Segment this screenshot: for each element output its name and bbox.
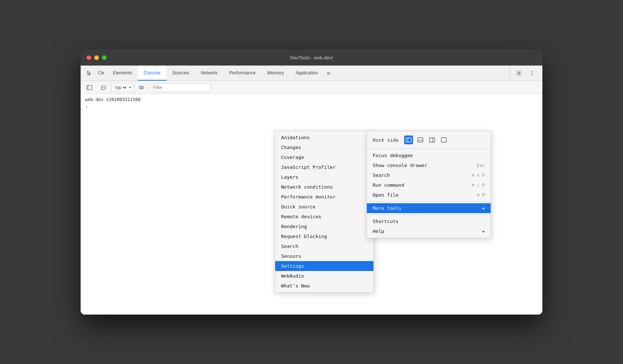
shortcuts-label: Shortcuts bbox=[373, 219, 398, 224]
more-tools-item-sensors[interactable]: Sensors bbox=[275, 251, 373, 261]
console-version: web.dev v202003311508 bbox=[85, 97, 538, 102]
more-tools-item-remote-devices[interactable]: Remote devices bbox=[275, 212, 373, 222]
help-submenu-arrow-icon: ▶ bbox=[483, 229, 485, 233]
more-tools-item-animations[interactable]: Animations bbox=[275, 133, 373, 142]
inspect-element-button[interactable] bbox=[84, 67, 95, 79]
svg-rect-18 bbox=[441, 138, 446, 142]
gear-icon bbox=[516, 70, 522, 76]
more-tools-item-whats-new[interactable]: What's New bbox=[275, 281, 373, 291]
menu-shortcuts[interactable]: Shortcuts bbox=[367, 216, 491, 226]
show-console-drawer-label: Show console drawer bbox=[373, 163, 427, 168]
menu-more-tools[interactable]: More tools ▶ bbox=[367, 203, 491, 213]
more-tools-item-request-blocking[interactable]: Request blocking bbox=[275, 231, 373, 241]
kebab-icon bbox=[529, 70, 535, 76]
search-label: Search bbox=[373, 172, 390, 178]
clear-console-button[interactable] bbox=[97, 82, 109, 93]
menu-focus-debuggee[interactable]: Focus debuggee bbox=[367, 151, 491, 160]
device-icon bbox=[98, 70, 104, 76]
tab-memory[interactable]: Memory bbox=[261, 66, 290, 81]
more-tools-item-webaudio[interactable]: WebAudio bbox=[275, 271, 373, 281]
tab-bar-left-icons bbox=[82, 66, 107, 81]
traffic-lights bbox=[86, 55, 107, 60]
more-tools-label: More tools bbox=[373, 205, 401, 211]
maximize-button[interactable] bbox=[102, 55, 107, 60]
more-tools-item-search[interactable]: Search bbox=[275, 241, 373, 251]
svg-rect-16 bbox=[430, 138, 435, 142]
focus-debuggee-label: Focus debuggee bbox=[373, 153, 413, 158]
menu-search[interactable]: Search ⌘ ⌥ F bbox=[367, 170, 491, 180]
divider-2 bbox=[367, 201, 491, 202]
svg-point-5 bbox=[532, 74, 532, 75]
divider-1 bbox=[367, 149, 491, 149]
undock-button[interactable] bbox=[439, 135, 448, 144]
tab-performance[interactable]: Performance bbox=[224, 66, 262, 81]
menu-show-console-drawer[interactable]: Show console drawer Esc bbox=[367, 160, 491, 170]
svg-point-4 bbox=[532, 73, 532, 73]
run-command-shortcut: ⌘ ⇧ P bbox=[472, 183, 485, 188]
more-tools-item-quick-source[interactable]: Quick source bbox=[275, 202, 373, 212]
divider-3 bbox=[367, 215, 491, 215]
device-toolbar-button[interactable] bbox=[95, 67, 107, 79]
more-tools-item-javascript-profiler[interactable]: JavaScript Profiler bbox=[275, 162, 373, 172]
more-tools-item-changes[interactable]: Changes bbox=[275, 142, 373, 152]
dock-bottom-icon bbox=[417, 137, 423, 143]
chevron-down-icon: ▾ bbox=[129, 85, 131, 89]
more-tools-item-network-conditions[interactable]: Network conditions bbox=[275, 182, 373, 192]
clear-icon bbox=[100, 85, 106, 90]
menu-run-command[interactable]: Run command ⌘ ⇧ P bbox=[367, 180, 491, 190]
tab-network[interactable]: Network bbox=[195, 66, 224, 81]
svg-point-3 bbox=[532, 71, 532, 72]
dock-right-icon bbox=[429, 137, 435, 143]
dock-left-button[interactable] bbox=[404, 135, 413, 144]
tab-application[interactable]: Application bbox=[290, 66, 324, 81]
more-tools-item-rendering[interactable]: Rendering bbox=[275, 222, 373, 231]
more-tools-menu: AnimationsChangesCoverageJavaScript Prof… bbox=[275, 131, 374, 293]
svg-rect-0 bbox=[99, 71, 102, 74]
eye-icon bbox=[139, 85, 144, 90]
menu-open-file[interactable]: Open file ⌘ P bbox=[367, 190, 491, 200]
menu-overlay: AnimationsChangesCoverageJavaScript Prof… bbox=[81, 94, 542, 315]
dock-icons bbox=[404, 135, 448, 144]
open-file-shortcut: ⌘ P bbox=[477, 193, 485, 198]
dock-right-button[interactable] bbox=[428, 135, 436, 144]
console-content: web.dev v202003311508 › AnimationsChange… bbox=[81, 94, 542, 315]
tab-console[interactable]: Console bbox=[138, 66, 166, 81]
show-sidebar-button[interactable] bbox=[84, 82, 95, 93]
more-tools-item-layers[interactable]: Layers bbox=[275, 172, 373, 182]
more-options-button[interactable] bbox=[526, 67, 538, 79]
dock-side-section: Dock side bbox=[367, 133, 491, 147]
console-prompt[interactable]: › bbox=[85, 104, 538, 109]
dock-side-label: Dock side bbox=[373, 137, 398, 143]
svg-rect-6 bbox=[87, 85, 92, 90]
svg-rect-12 bbox=[406, 138, 411, 142]
filter-input[interactable] bbox=[150, 83, 211, 92]
svg-rect-14 bbox=[418, 138, 423, 142]
devtools-window: DevTools - web.dev/ bbox=[81, 49, 542, 315]
settings-button[interactable] bbox=[513, 67, 525, 79]
minimize-button[interactable] bbox=[94, 55, 99, 60]
close-button[interactable] bbox=[86, 55, 91, 60]
tab-bar-right bbox=[510, 66, 541, 81]
live-expression-button[interactable] bbox=[136, 82, 147, 93]
more-tools-item-settings[interactable]: Settings bbox=[275, 261, 373, 271]
svg-point-10 bbox=[139, 86, 144, 89]
console-toolbar: top ▾ bbox=[81, 81, 542, 94]
more-tools-item-performance-monitor[interactable]: Performance monitor bbox=[275, 192, 373, 202]
frame-select[interactable]: top bbox=[114, 85, 128, 90]
show-console-drawer-shortcut: Esc bbox=[477, 163, 485, 168]
run-command-label: Run command bbox=[373, 182, 404, 188]
sidebar-icon bbox=[86, 85, 92, 90]
more-tabs-button[interactable]: » bbox=[324, 66, 333, 81]
dock-bottom-button[interactable] bbox=[416, 135, 425, 144]
search-shortcut: ⌘ ⌥ F bbox=[472, 173, 485, 178]
devtools-container: Elements Console Sources Network Perform… bbox=[81, 66, 542, 315]
cursor-icon bbox=[86, 70, 92, 76]
tab-elements[interactable]: Elements bbox=[107, 66, 138, 81]
window-title: DevTools - web.dev/ bbox=[290, 55, 333, 60]
tab-bar: Elements Console Sources Network Perform… bbox=[81, 66, 542, 81]
frame-selector[interactable]: top ▾ bbox=[111, 83, 133, 92]
menu-help[interactable]: Help ▶ bbox=[367, 226, 491, 236]
tab-list: Elements Console Sources Network Perform… bbox=[107, 66, 510, 81]
more-tools-item-coverage[interactable]: Coverage bbox=[275, 152, 373, 162]
tab-sources[interactable]: Sources bbox=[166, 66, 195, 81]
